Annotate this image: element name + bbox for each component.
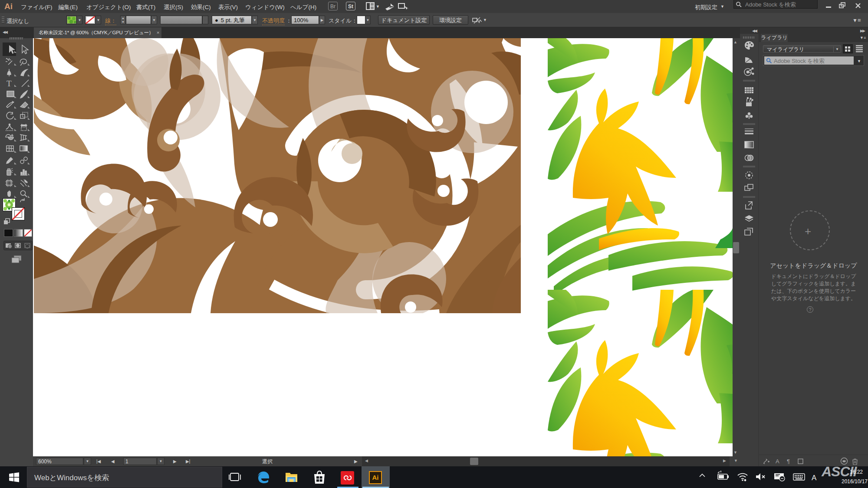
svg-text:A: A (812, 474, 817, 482)
svg-text:¶: ¶ (787, 458, 790, 465)
svg-text:A: A (776, 458, 779, 465)
